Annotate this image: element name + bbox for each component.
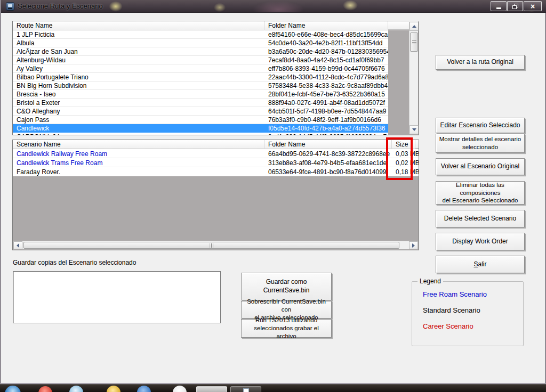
scenario-size-cell: 0,02 MB [392,158,419,167]
title-bar[interactable]: Selecione Ruta y Escenario × [1,0,546,13]
grip-icon [412,40,416,44]
route-list-vertical-scrollbar[interactable] [409,22,418,134]
scenario-row[interactable]: Candlewick Trams Free Roam 313eb8e3-af08… [13,158,419,167]
taskbar-window-button-active[interactable] [196,386,227,392]
taskbar-window-button[interactable] [230,386,261,392]
route-name-cell: Bristol a Exeter [13,99,264,107]
scroll-right-button[interactable] [409,241,418,249]
route-folder-cell: b3a6a50c-20de-4d20-847b-012830356954 [264,47,388,55]
route-row[interactable]: Bristol a Exeter 888f94a0-027c-4991-ab4f… [13,99,388,107]
route-folder-cell: 28bf041e-fcbf-45e7-be73-63522b360a15 [264,90,388,98]
pinned-blue-icon[interactable] [137,386,151,392]
scenario-list-horizontal-scrollbar[interactable] [13,241,418,249]
route-folder-cell: 9ad1c390-14d5-44f0-9895-f18938894ae7 [264,133,388,135]
scenario-size-column-header[interactable]: Size [392,140,415,149]
route-name-cell: Brescia - Iseo [13,90,264,98]
scroll-down-button[interactable] [410,125,419,134]
run-ts2013-button[interactable]: Run TS2013 utilizando seleccionados grab… [241,319,332,338]
route-folder-cell: 22aac44b-3300-4112-8cdc-4c7d779ad6a8 [264,73,388,81]
route-row-selected[interactable]: Candlewick f05d5e14-40fd-427b-a4a0-a274d… [13,124,388,133]
legend-title: Legend [417,277,443,285]
route-name-cell: 1 JLP Ficticia [13,30,264,38]
route-row[interactable]: BN Big Horn Subdivision 57583484-5e38-4c… [13,81,388,90]
app-icon [6,2,14,11]
scroll-thumb[interactable] [23,242,399,249]
route-name-cell: Cajon Pass [13,116,264,124]
restore-button[interactable] [507,1,523,11]
sobrescribir-currentsave-button[interactable]: Sobrescribir CurrentSave.bin con el arch… [241,301,332,318]
route-row[interactable]: Bilbao Portugalete Triano 22aac44b-3300-… [13,73,388,81]
route-name-cell: Bilbao Portugalete Triano [13,73,264,81]
route-folder-cell: 888f94a0-027c-4991-ab4f-08ad1dd5072f [264,99,388,107]
scroll-left-button[interactable] [13,241,22,249]
scroll-thumb[interactable] [410,32,418,52]
volver-ruta-original-button[interactable]: Volver a la ruta Original [436,55,525,70]
route-row[interactable]: AlcÃjzar de San Juan b3a6a50c-20de-4d20-… [13,47,388,56]
scenario-row[interactable]: Faraday Rover. 06533e64-9fce-4891-bc90-f… [13,167,419,176]
scenario-row[interactable]: Candlewick Railway Free Roam 66a4bd95-06… [13,149,419,158]
window-title: Selecione Ruta y Escenario [18,2,103,10]
pinned-lightblue-icon[interactable] [69,386,83,392]
scenario-list-header: Scenario Name Folder Name Size [13,140,419,149]
route-folder-cell: 76b3a3f0-c9b0-48f2-9eff-1af9b00166d6 [264,116,388,124]
mostrar-detalles-button[interactable]: Mostrar detalles del escenario seleccion… [436,134,525,153]
route-name-cell: BN Big Horn Subdivision [13,81,264,89]
document-icon [243,388,249,392]
scenario-folder-cell: 66a4bd95-0629-4741-8c39-38722c8968ee [264,149,392,158]
route-name-column-header[interactable]: Route Name [13,21,264,30]
salir-accelerator: S [473,260,478,268]
screen: Selecione Ruta y Escenario × Route Name … [0,0,546,392]
pinned-red-icon[interactable] [38,386,52,392]
route-row-clipped[interactable]: CARBONLL 04 9ad1c390-14d5-44f0-9895-f189… [13,133,388,135]
legend-groupbox: Legend Free Roam Scenario Standard Scena… [412,281,524,346]
display-work-order-button[interactable]: Display Work Order [436,233,525,250]
route-folder-column-header[interactable]: Folder Name [264,21,388,30]
route-row[interactable]: 1 JLP Ficticia e8f54160-e66e-408e-bec4-d… [13,30,388,39]
close-button[interactable]: × [524,1,542,11]
scenario-header-filler [415,140,419,149]
route-name-cell: Ay Valley [13,64,264,72]
saved-copies-listbox[interactable] [13,271,221,323]
scenario-name-column-header[interactable]: Scenario Name [13,140,264,149]
volver-escenario-original-button[interactable]: Volver al Escenario Original [436,158,525,175]
route-row[interactable]: Altenburg-Wildau 7ecaf8d4-8aa0-4a42-8c15… [13,56,388,64]
editar-escenario-button[interactable]: Editar Escenario Selecciado [436,118,525,133]
scroll-up-button[interactable] [410,22,419,31]
start-orb-icon[interactable] [5,386,21,392]
close-icon: × [531,3,535,10]
minimize-button[interactable] [491,1,507,11]
scenario-name-cell: Faraday Rover. [13,167,264,176]
eliminar-composiciones-button[interactable]: Eliminar todas las composiciones del Esc… [436,181,525,205]
legend-career: Career Scenario [423,322,473,330]
salir-button[interactable]: Salir [436,256,525,273]
internet-explorer-icon[interactable] [107,386,121,392]
scenario-list-content: Candlewick Railway Free Roam 66a4bd95-06… [13,149,419,176]
route-row[interactable]: Ay Valley eff7b806-8393-4159-b99d-0c4470… [13,64,388,73]
route-folder-cell: 64cb501f-5cf7-4198-b0ee-7d5548447aa9 [264,107,388,115]
route-row[interactable]: Brescia - Iseo 28bf041e-fcbf-45e7-be73-6… [13,90,388,99]
route-folder-cell: eff7b806-8393-4159-b99d-0c44705f6676 [264,64,388,72]
route-list-content: 1 JLP Ficticia e8f54160-e66e-408e-bec4-d… [13,30,388,135]
route-folder-cell: 7ecaf8d4-8aa0-4a42-8c15-cd1af0f69bb7 [264,56,388,64]
arrow-right-icon [412,243,415,248]
delete-selected-scenario-button[interactable]: Delete Selected Scenario [436,210,525,227]
route-listview: Route Name Folder Name 1 JLP Ficticia e8… [12,21,419,135]
guardar-currentsave-button[interactable]: Guardar como CurrentSave.bin [241,273,332,300]
scenario-folder-cell: 313eb8e3-af08-4e79-b4b5-efaa681ec1de [264,158,392,167]
route-row[interactable]: Cajon Pass 76b3a3f0-c9b0-48f2-9eff-1af9b… [13,116,388,124]
arrow-up-icon [412,25,416,28]
pinned-white-red-icon[interactable] [173,386,187,392]
scenario-size-cell: 0,18 MB [392,167,419,176]
route-row[interactable]: C&O Alleghany 64cb501f-5cf7-4198-b0ee-7d… [13,107,388,116]
legend-standard: Standard Scenario [423,306,480,314]
scenario-folder-column-header[interactable]: Folder Name [264,140,392,149]
route-row[interactable]: Albula 54c0de40-3a20-4e2b-82f1-11bf13ff5… [13,39,388,47]
salir-label-rest: alir [478,260,487,268]
save-copies-label: Guardar copias del Escenario seleccionad… [13,259,136,266]
taskbar[interactable] [0,384,546,392]
arrow-left-icon [17,243,19,248]
route-list-header: Route Name Folder Name [13,21,419,30]
minimize-icon [496,7,501,9]
route-folder-cell: 54c0de40-3a20-4e2b-82f1-11bf13ff54dd [264,39,388,47]
route-name-cell: Albula [13,39,264,47]
